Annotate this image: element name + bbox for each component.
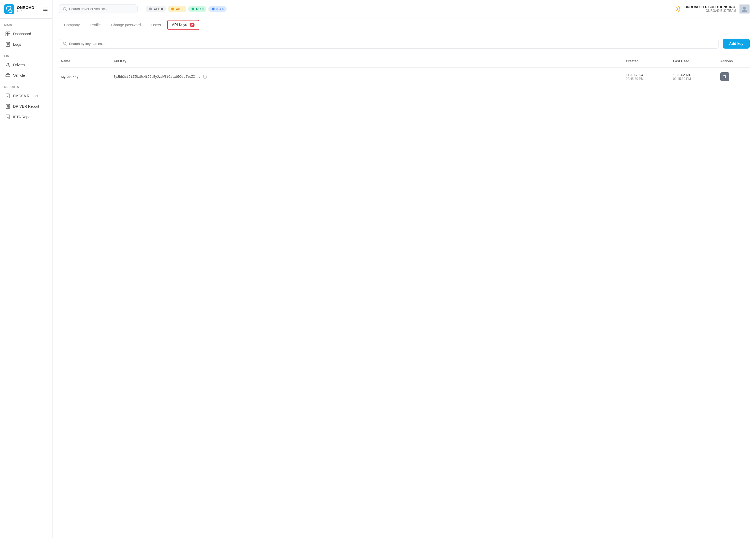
sidebar-section-reports: REPORTS	[0, 81, 52, 91]
sidebar-section-list: LIST	[0, 50, 52, 60]
svg-point-12	[7, 63, 9, 65]
svg-line-24	[66, 10, 67, 11]
sidebar-item-fmcsa-label: FMCSA Report	[13, 94, 38, 98]
key-search-icon	[63, 41, 67, 46]
delete-key-button[interactable]	[720, 72, 729, 81]
company-team: ONROAD ELD TEAM	[685, 9, 736, 13]
col-name: Name	[59, 58, 111, 65]
dashboard-icon	[5, 31, 11, 36]
logs-icon	[5, 42, 11, 47]
sidebar-item-drivers-label: Drivers	[13, 63, 25, 67]
row-name: MyApp Key	[59, 73, 111, 81]
row-created-time: 02:45:30 PM	[626, 77, 669, 81]
dr-icon	[191, 7, 195, 11]
tab-company[interactable]: Company	[59, 19, 85, 32]
tab-api-keys-badge: 2	[190, 23, 195, 27]
svg-rect-6	[6, 34, 8, 36]
key-search[interactable]	[59, 39, 719, 49]
trash-icon	[723, 75, 727, 79]
driver-report-icon	[5, 104, 11, 109]
api-keys-content: Add key Name API Key Created Last Used A…	[53, 32, 756, 92]
add-key-button[interactable]: Add key	[723, 39, 750, 49]
header-right: ONROAD ELD SOLUTIONS INC. ONROAD ELD TEA…	[675, 4, 750, 14]
tab-api-keys[interactable]: API Keys 2	[167, 20, 199, 30]
svg-point-30	[677, 8, 679, 10]
vehicle-icon	[5, 73, 11, 78]
svg-rect-5	[8, 32, 10, 34]
col-created: Created	[624, 58, 671, 65]
table-header: Name API Key Created Last Used Actions	[59, 55, 750, 68]
sidebar-toggle[interactable]	[43, 7, 48, 12]
badge-dr: DR-8	[188, 6, 206, 12]
sidebar-item-ifta[interactable]: IFTA Report	[1, 112, 51, 122]
svg-point-28	[192, 7, 195, 10]
copy-key-button[interactable]	[203, 75, 207, 79]
sidebar-item-driver-report-label: DRIVER Report	[13, 104, 39, 108]
svg-text:○: ○	[150, 8, 152, 11]
badge-off: ○ OFF-8	[146, 6, 166, 12]
tab-users[interactable]: Users	[146, 19, 166, 32]
row-api-key-text: EyJhbGciOiJIUzUxMiJ9.EyJzdWliOilxODQsc3V…	[114, 75, 201, 79]
header-search-input[interactable]	[69, 7, 134, 11]
svg-point-14	[7, 77, 7, 77]
drivers-icon	[5, 62, 11, 68]
svg-rect-13	[6, 75, 10, 77]
tab-profile[interactable]: Profile	[85, 19, 106, 32]
header-search[interactable]	[59, 4, 138, 13]
table-row: MyApp Key EyJhbGciOiJIUzUxMiJ9.EyJzdWliO…	[59, 68, 750, 86]
avatar[interactable]	[739, 4, 750, 14]
svg-point-15	[9, 77, 10, 77]
svg-point-29	[212, 7, 215, 10]
sidebar-item-driver-report[interactable]: DRIVER Report	[1, 101, 51, 112]
svg-rect-7	[8, 34, 10, 36]
sidebar-item-dashboard[interactable]: Dashboard	[1, 28, 51, 39]
sidebar: ONROAD ELD MAIN Dashboard	[0, 0, 53, 538]
tabs-bar: Company Profile Change password Users AP…	[53, 18, 756, 32]
sidebar-item-logs-label: Logs	[13, 42, 21, 46]
sidebar-item-fmcsa[interactable]: FMCSA Report	[1, 91, 51, 101]
api-keys-table: Name API Key Created Last Used Actions M…	[59, 55, 750, 86]
search-icon	[63, 7, 67, 11]
sb-icon	[211, 7, 215, 11]
badge-on: ON-8	[168, 6, 186, 12]
svg-line-37	[679, 7, 680, 7]
sidebar-item-dashboard-label: Dashboard	[13, 32, 31, 36]
svg-point-27	[171, 7, 174, 10]
svg-line-36	[679, 10, 680, 11]
logo-text: ONROAD ELD	[17, 5, 34, 13]
logo-title: ONROAD	[17, 5, 34, 10]
search-row: Add key	[59, 39, 750, 49]
key-search-input[interactable]	[69, 42, 715, 46]
status-badges: ○ OFF-8 ON-8 DR-8 SB-8	[146, 6, 226, 12]
row-created-date: 11-10-2024	[626, 73, 669, 77]
row-last-used-time: 02:45:30 PM	[673, 77, 716, 81]
svg-line-42	[66, 44, 67, 45]
col-actions: Actions	[718, 58, 750, 65]
svg-line-35	[676, 7, 677, 7]
sidebar-item-logs[interactable]: Logs	[1, 39, 51, 50]
svg-rect-43	[204, 76, 206, 78]
sidebar-section-main: MAIN	[0, 19, 52, 28]
sidebar-item-vehicle-label: Vehicle	[13, 73, 25, 78]
row-last-used-cell: 11-13-2024 02:45:30 PM	[671, 72, 718, 82]
sun-icon[interactable]	[675, 6, 682, 12]
col-api-key: API Key	[111, 58, 624, 65]
main-content: ○ OFF-8 ON-8 DR-8 SB-8	[53, 0, 756, 538]
tab-change-password[interactable]: Change password	[106, 19, 146, 32]
col-last-used: Last Used	[671, 58, 718, 65]
logo-sub: ELD	[17, 10, 34, 13]
svg-rect-1	[43, 8, 48, 8]
row-actions-cell	[718, 71, 750, 83]
sidebar-item-drivers[interactable]: Drivers	[1, 60, 51, 70]
svg-line-38	[676, 10, 677, 11]
avatar-image	[740, 5, 749, 13]
svg-point-40	[743, 7, 746, 10]
svg-rect-4	[6, 32, 8, 34]
off-icon: ○	[149, 7, 153, 11]
svg-rect-3	[43, 10, 48, 11]
sidebar-item-vehicle[interactable]: Vehicle	[1, 70, 51, 81]
logo-icon	[4, 4, 14, 14]
fmcsa-icon	[5, 93, 11, 98]
row-api-key-cell: EyJhbGciOiJIUzUxMiJ9.EyJzdWliOilxODQsc3V…	[111, 73, 624, 81]
row-last-used-date: 11-13-2024	[673, 73, 716, 77]
